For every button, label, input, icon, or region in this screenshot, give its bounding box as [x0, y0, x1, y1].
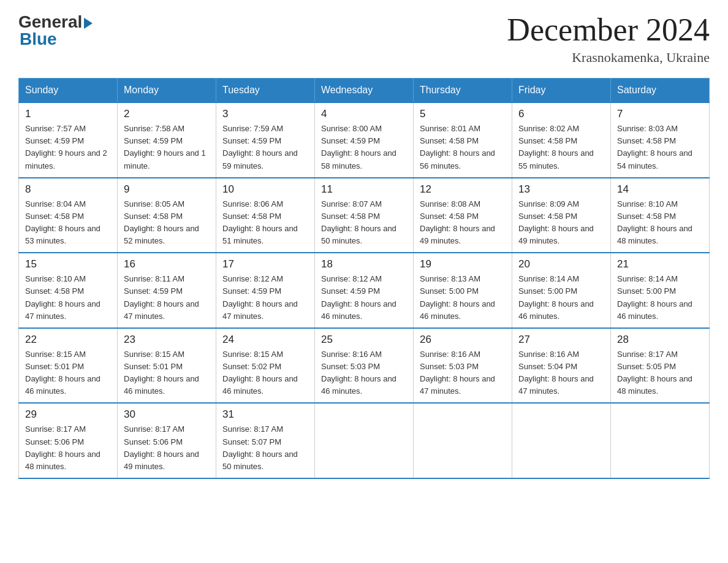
calendar-cell: 7Sunrise: 8:03 AMSunset: 4:58 PMDaylight…: [611, 102, 710, 178]
day-number: 12: [420, 183, 506, 196]
day-info: Sunrise: 8:00 AMSunset: 4:59 PMDaylight:…: [321, 123, 407, 172]
day-info: Sunrise: 8:13 AMSunset: 5:00 PMDaylight:…: [420, 273, 506, 323]
day-number: 4: [321, 108, 407, 120]
day-number: 24: [222, 334, 308, 346]
calendar-cell: [414, 403, 512, 478]
day-info: Sunrise: 8:03 AMSunset: 4:58 PMDaylight:…: [617, 123, 703, 172]
logo-arrow-icon: [84, 18, 93, 29]
calendar-cell: 21Sunrise: 8:14 AMSunset: 5:00 PMDayligh…: [611, 253, 710, 328]
calendar-cell: 13Sunrise: 8:09 AMSunset: 4:58 PMDayligh…: [512, 178, 611, 253]
calendar-cell: 19Sunrise: 8:13 AMSunset: 5:00 PMDayligh…: [414, 253, 512, 328]
calendar-cell: 29Sunrise: 8:17 AMSunset: 5:06 PMDayligh…: [19, 403, 118, 478]
day-info: Sunrise: 8:15 AMSunset: 5:01 PMDaylight:…: [25, 348, 111, 398]
day-info: Sunrise: 7:59 AMSunset: 4:59 PMDaylight:…: [222, 123, 308, 172]
day-info: Sunrise: 8:06 AMSunset: 4:58 PMDaylight:…: [222, 198, 308, 248]
column-header-sunday: Sunday: [19, 79, 118, 103]
column-header-monday: Monday: [118, 79, 216, 103]
day-number: 14: [617, 183, 703, 196]
calendar-week-row: 15Sunrise: 8:10 AMSunset: 4:58 PMDayligh…: [19, 253, 710, 328]
day-info: Sunrise: 8:09 AMSunset: 4:58 PMDaylight:…: [518, 198, 604, 248]
day-number: 17: [222, 258, 308, 270]
calendar-cell: 25Sunrise: 8:16 AMSunset: 5:03 PMDayligh…: [315, 328, 414, 404]
day-info: Sunrise: 8:04 AMSunset: 4:58 PMDaylight:…: [25, 198, 111, 248]
day-number: 6: [518, 108, 604, 120]
calendar-cell: 11Sunrise: 8:07 AMSunset: 4:58 PMDayligh…: [315, 178, 414, 253]
day-number: 30: [124, 408, 210, 421]
day-number: 26: [420, 334, 506, 346]
day-number: 3: [222, 108, 308, 120]
calendar-cell: 5Sunrise: 8:01 AMSunset: 4:58 PMDaylight…: [414, 102, 512, 178]
calendar-cell: 18Sunrise: 8:12 AMSunset: 4:59 PMDayligh…: [315, 253, 414, 328]
day-number: 2: [124, 108, 210, 120]
day-info: Sunrise: 8:17 AMSunset: 5:05 PMDaylight:…: [617, 348, 703, 398]
column-header-friday: Friday: [512, 79, 611, 103]
calendar-week-row: 29Sunrise: 8:17 AMSunset: 5:06 PMDayligh…: [19, 403, 710, 478]
day-number: 20: [518, 258, 604, 270]
day-info: Sunrise: 8:05 AMSunset: 4:58 PMDaylight:…: [124, 198, 210, 248]
day-info: Sunrise: 8:12 AMSunset: 4:59 PMDaylight:…: [321, 273, 407, 323]
calendar-cell: 26Sunrise: 8:16 AMSunset: 5:03 PMDayligh…: [414, 328, 512, 404]
calendar-cell: 2Sunrise: 7:58 AMSunset: 4:59 PMDaylight…: [118, 102, 216, 178]
day-info: Sunrise: 8:08 AMSunset: 4:58 PMDaylight:…: [420, 198, 506, 248]
day-number: 9: [124, 183, 210, 196]
calendar-cell: 22Sunrise: 8:15 AMSunset: 5:01 PMDayligh…: [19, 328, 118, 404]
calendar-cell: 30Sunrise: 8:17 AMSunset: 5:06 PMDayligh…: [118, 403, 216, 478]
day-number: 29: [25, 408, 111, 421]
calendar-cell: [315, 403, 414, 478]
logo: General Blue: [18, 12, 93, 48]
day-number: 18: [321, 258, 407, 270]
calendar-cell: 23Sunrise: 8:15 AMSunset: 5:01 PMDayligh…: [118, 328, 216, 404]
calendar-cell: 1Sunrise: 7:57 AMSunset: 4:59 PMDaylight…: [19, 102, 118, 178]
day-info: Sunrise: 8:14 AMSunset: 5:00 PMDaylight:…: [518, 273, 604, 323]
calendar-week-row: 1Sunrise: 7:57 AMSunset: 4:59 PMDaylight…: [19, 102, 710, 178]
day-info: Sunrise: 7:58 AMSunset: 4:59 PMDaylight:…: [124, 123, 210, 172]
calendar-cell: 17Sunrise: 8:12 AMSunset: 4:59 PMDayligh…: [216, 253, 315, 328]
calendar-cell: 24Sunrise: 8:15 AMSunset: 5:02 PMDayligh…: [216, 328, 315, 404]
calendar-cell: 31Sunrise: 8:17 AMSunset: 5:07 PMDayligh…: [216, 403, 315, 478]
day-number: 8: [25, 183, 111, 196]
day-number: 27: [518, 334, 604, 346]
calendar-cell: 9Sunrise: 8:05 AMSunset: 4:58 PMDaylight…: [118, 178, 216, 253]
day-number: 23: [124, 334, 210, 346]
day-number: 16: [124, 258, 210, 270]
logo-blue-text: Blue: [20, 31, 57, 48]
day-number: 7: [617, 108, 703, 120]
day-info: Sunrise: 8:17 AMSunset: 5:06 PMDaylight:…: [25, 423, 111, 473]
day-info: Sunrise: 8:15 AMSunset: 5:01 PMDaylight:…: [124, 348, 210, 398]
calendar-cell: 4Sunrise: 8:00 AMSunset: 4:59 PMDaylight…: [315, 102, 414, 178]
calendar-cell: 6Sunrise: 8:02 AMSunset: 4:58 PMDaylight…: [512, 102, 611, 178]
calendar-cell: 14Sunrise: 8:10 AMSunset: 4:58 PMDayligh…: [611, 178, 710, 253]
calendar-cell: 3Sunrise: 7:59 AMSunset: 4:59 PMDaylight…: [216, 102, 315, 178]
day-number: 11: [321, 183, 407, 196]
day-info: Sunrise: 8:11 AMSunset: 4:59 PMDaylight:…: [124, 273, 210, 323]
day-number: 5: [420, 108, 506, 120]
day-info: Sunrise: 7:57 AMSunset: 4:59 PMDaylight:…: [25, 123, 111, 172]
day-info: Sunrise: 8:10 AMSunset: 4:58 PMDaylight:…: [25, 273, 111, 323]
location-title: Krasnokamenka, Ukraine: [507, 50, 710, 66]
calendar-cell: [611, 403, 710, 478]
day-number: 28: [617, 334, 703, 346]
day-info: Sunrise: 8:17 AMSunset: 5:06 PMDaylight:…: [124, 423, 210, 473]
day-info: Sunrise: 8:02 AMSunset: 4:58 PMDaylight:…: [518, 123, 604, 172]
calendar-cell: 28Sunrise: 8:17 AMSunset: 5:05 PMDayligh…: [611, 328, 710, 404]
day-number: 31: [222, 408, 308, 421]
calendar-table: SundayMondayTuesdayWednesdayThursdayFrid…: [18, 78, 710, 479]
day-number: 10: [222, 183, 308, 196]
day-info: Sunrise: 8:16 AMSunset: 5:03 PMDaylight:…: [321, 348, 407, 398]
day-number: 1: [25, 108, 111, 120]
calendar-cell: 27Sunrise: 8:16 AMSunset: 5:04 PMDayligh…: [512, 328, 611, 404]
calendar-cell: 10Sunrise: 8:06 AMSunset: 4:58 PMDayligh…: [216, 178, 315, 253]
logo-bottom: Blue: [18, 31, 57, 48]
day-info: Sunrise: 8:07 AMSunset: 4:58 PMDaylight:…: [321, 198, 407, 248]
calendar-week-row: 8Sunrise: 8:04 AMSunset: 4:58 PMDaylight…: [19, 178, 710, 253]
day-info: Sunrise: 8:15 AMSunset: 5:02 PMDaylight:…: [222, 348, 308, 398]
day-number: 13: [518, 183, 604, 196]
calendar-cell: [512, 403, 611, 478]
month-title: December 2024: [507, 12, 710, 47]
calendar-week-row: 22Sunrise: 8:15 AMSunset: 5:01 PMDayligh…: [19, 328, 710, 404]
calendar-header-row: SundayMondayTuesdayWednesdayThursdayFrid…: [19, 79, 710, 103]
day-info: Sunrise: 8:16 AMSunset: 5:03 PMDaylight:…: [420, 348, 506, 398]
day-number: 25: [321, 334, 407, 346]
day-info: Sunrise: 8:01 AMSunset: 4:58 PMDaylight:…: [420, 123, 506, 172]
day-info: Sunrise: 8:17 AMSunset: 5:07 PMDaylight:…: [222, 423, 308, 473]
